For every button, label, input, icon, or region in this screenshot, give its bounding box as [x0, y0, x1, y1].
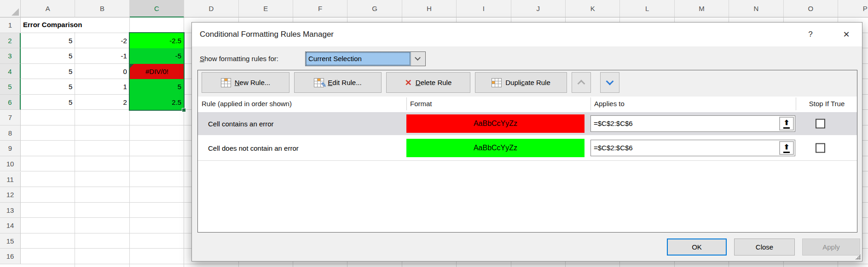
column-header-O[interactable]: O — [784, 0, 838, 17]
conditional-formatting-rules-manager-dialog: Conditional Formatting Rules Manager ? ✕… — [191, 22, 862, 261]
cell-B2[interactable]: -2 — [75, 33, 129, 49]
header-separator — [406, 97, 407, 110]
applies-to-field[interactable]: =$C$2:$C$6 ⬆ — [590, 140, 795, 156]
collapse-dialog-icon: ⬆ — [783, 142, 790, 153]
close-icon[interactable]: ✕ — [839, 27, 854, 42]
combobox-value: Current Selection — [306, 52, 411, 66]
column-header-B[interactable]: B — [75, 0, 129, 17]
select-all-triangle-icon — [12, 8, 19, 16]
row-header-16[interactable]: 16 — [0, 249, 21, 264]
applies-to-value: =$C$2:$C$6 — [594, 140, 633, 156]
header-format: Format — [410, 97, 432, 111]
row-header-1[interactable]: 1 — [0, 17, 21, 33]
header-separator — [590, 97, 591, 110]
applies-to-field[interactable]: =$C$2:$C$6 ⬆ — [590, 115, 795, 132]
apply-button[interactable]: Apply — [802, 239, 860, 256]
cell-A4[interactable]: 5 — [21, 64, 75, 80]
column-header-D[interactable]: D — [184, 0, 238, 17]
row-header-6[interactable]: 6 — [0, 95, 21, 110]
row-header-4[interactable]: 4 — [0, 64, 21, 80]
cell-B3[interactable]: -1 — [75, 48, 129, 64]
header-applies-to: Applies to — [594, 97, 625, 111]
edit-rule-button[interactable]: ✎ Edit Rule... — [294, 72, 382, 93]
column-header-N[interactable]: N — [729, 0, 783, 17]
move-rule-up-button[interactable] — [572, 72, 591, 93]
combobox-dropdown-button[interactable] — [411, 52, 425, 66]
duplicate-rule-icon — [492, 78, 502, 87]
ok-button[interactable]: OK — [667, 239, 727, 256]
cell-A5[interactable]: 5 — [21, 79, 75, 95]
column-header-A[interactable]: A — [21, 0, 75, 17]
column-header-G[interactable]: G — [347, 0, 402, 17]
rules-table-header: Rule (applied in order shown) Format App… — [198, 97, 857, 111]
column-header-P[interactable]: P — [838, 0, 868, 17]
chevron-down-icon — [606, 78, 614, 85]
cell-B4[interactable]: 0 — [75, 64, 129, 80]
row-header-5[interactable]: 5 — [0, 79, 21, 95]
cell-A2[interactable]: 5 — [21, 33, 75, 49]
new-rule-button[interactable]: New Rule... — [202, 72, 289, 93]
row-header-12[interactable]: 12 — [0, 187, 21, 203]
chevron-up-icon — [578, 80, 585, 88]
fill-handle[interactable] — [182, 108, 186, 112]
stop-if-true-checkbox[interactable] — [816, 119, 825, 129]
cell-B5[interactable]: 1 — [75, 79, 129, 95]
column-header-I[interactable]: I — [457, 0, 511, 17]
collapse-dialog-icon: ⬆ — [783, 118, 790, 129]
edit-rule-icon: ✎ — [314, 78, 324, 87]
column-header-H[interactable]: H — [402, 0, 457, 17]
cell-C2[interactable]: -2.5 — [130, 33, 184, 49]
row-header-7[interactable]: 7 — [0, 110, 21, 125]
dialog-titlebar: Conditional Formatting Rules Manager ? ✕ — [192, 23, 862, 46]
column-header-J[interactable]: J — [511, 0, 566, 17]
row-header-8[interactable]: 8 — [0, 125, 21, 141]
header-separator — [796, 97, 796, 110]
duplicate-rule-button[interactable]: Duplicate Rule — [475, 72, 567, 93]
rules-list-container: New Rule... ✎ Edit Rule... ✕ Delete Rule… — [197, 70, 857, 233]
column-header-K[interactable]: K — [566, 0, 620, 17]
column-header-C[interactable]: C — [130, 0, 184, 17]
dialog-title: Conditional Formatting Rules Manager — [200, 23, 334, 46]
row-header-9[interactable]: 9 — [0, 141, 21, 156]
row-header-14[interactable]: 14 — [0, 218, 21, 233]
cell-C4[interactable]: #DIV/0! — [130, 64, 184, 80]
delete-rule-button[interactable]: ✕ Delete Rule — [386, 72, 470, 93]
rules-toolbar: New Rule... ✎ Edit Rule... ✕ Delete Rule… — [198, 70, 857, 97]
collapse-dialog-button[interactable]: ⬆ — [779, 117, 794, 131]
column-header-E[interactable]: E — [239, 0, 293, 17]
cell-C5[interactable]: 5 — [130, 79, 184, 95]
collapse-dialog-button[interactable]: ⬆ — [779, 141, 794, 155]
cell-A1[interactable]: Error Comparison — [21, 17, 129, 32]
column-header-F[interactable]: F — [293, 0, 347, 17]
stop-if-true-checkbox[interactable] — [816, 143, 825, 153]
cell-C6[interactable]: 2.5 — [130, 95, 184, 110]
column-header-L[interactable]: L — [620, 0, 674, 17]
row-header-3[interactable]: 3 — [0, 48, 21, 64]
column-header-M[interactable]: M — [675, 0, 729, 17]
error-indicator-icon — [130, 64, 134, 68]
pencil-icon: ✎ — [321, 81, 327, 89]
row-header-15[interactable]: 15 — [0, 233, 21, 249]
row-header-13[interactable]: 13 — [0, 203, 21, 218]
chevron-down-icon — [415, 55, 421, 61]
rule-name: Cell contains an error — [208, 120, 274, 128]
move-rule-down-button[interactable] — [600, 72, 619, 93]
row-header-11[interactable]: 11 — [0, 172, 21, 187]
row-header-2[interactable]: 2 — [0, 33, 21, 49]
rule-row[interactable]: Cell does not contain an error AaBbCcYyZ… — [198, 135, 857, 160]
header-stop-if-true: Stop If True — [796, 97, 858, 111]
cell-A3[interactable]: 5 — [21, 48, 75, 64]
cell-B6[interactable]: 2 — [75, 95, 129, 110]
cell-C3[interactable]: -5 — [130, 48, 184, 64]
header-rule: Rule (applied in order shown) — [202, 97, 292, 111]
format-preview: AaBbCcYyZz — [406, 114, 584, 133]
row-header-10[interactable]: 10 — [0, 156, 21, 172]
select-all-corner[interactable] — [0, 0, 21, 17]
close-button[interactable]: Close — [734, 239, 795, 256]
help-icon[interactable]: ? — [803, 27, 818, 42]
new-rule-icon — [221, 78, 231, 87]
show-rules-combobox[interactable]: Current Selection — [305, 51, 426, 66]
cell-A6[interactable]: 5 — [21, 95, 75, 110]
format-preview: AaBbCcYyZz — [406, 139, 584, 157]
rule-row[interactable]: Cell contains an error AaBbCcYyZz =$C$2:… — [198, 112, 857, 135]
